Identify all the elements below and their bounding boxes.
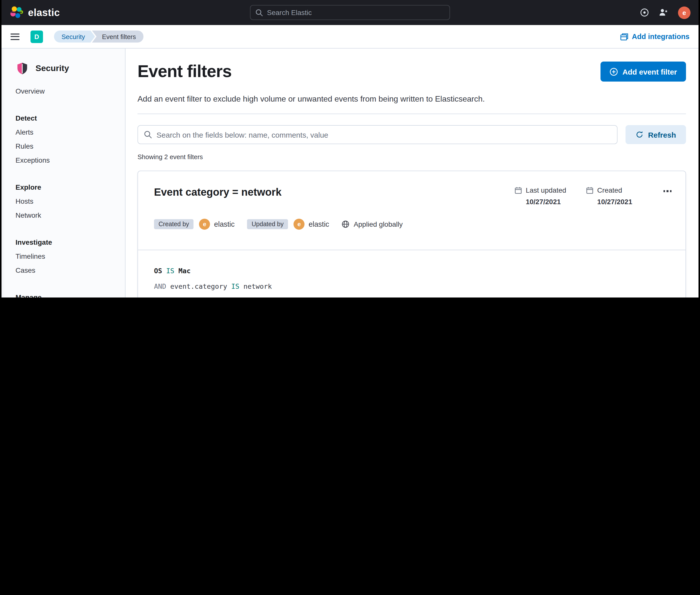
app-window: elastic e D Security Event filters — [0, 0, 700, 298]
add-integrations-label: Add integrations — [632, 32, 690, 40]
plus-circle-icon — [609, 67, 618, 76]
app-body: Security OverviewDetectAlertsRulesExcept… — [1, 49, 699, 298]
sidebar-section-detect: Detect — [16, 111, 125, 125]
add-event-filter-label: Add event filter — [622, 67, 677, 76]
add-integrations-icon — [620, 32, 629, 41]
sidebar-title: Security — [35, 63, 69, 73]
scale-wrapper: elastic e D Security Event filters — [0, 0, 700, 298]
actions-menu-icon[interactable] — [662, 187, 672, 195]
filter-search[interactable] — [138, 125, 617, 144]
sidebar-item-overview[interactable]: Overview — [16, 84, 125, 98]
elastic-logo-icon — [9, 5, 24, 20]
created-date: 10/27/2021 — [597, 198, 632, 206]
global-search[interactable] — [250, 5, 450, 20]
breadcrumb-security[interactable]: Security — [54, 30, 95, 42]
sidebar-item-exceptions[interactable]: Exceptions — [16, 153, 125, 167]
refresh-label: Refresh — [648, 130, 676, 139]
menu-icon[interactable] — [10, 33, 20, 40]
refresh-button[interactable]: Refresh — [626, 125, 686, 144]
updated-by-user: elastic — [308, 220, 329, 228]
page-title: Event filters — [138, 61, 232, 81]
created-label: Created — [597, 186, 632, 194]
search-icon — [144, 131, 152, 139]
applied-globally-label: Applied globally — [354, 220, 403, 228]
code-line: AND process.executable — [154, 294, 670, 298]
sidebar-section-explore: Explore — [16, 180, 125, 194]
calendar-icon — [515, 187, 526, 194]
page-description: Add an event filter to exclude high volu… — [138, 92, 510, 106]
filter-attribution: Created by e elastic Updated by e elasti… — [154, 219, 672, 230]
filter-search-input[interactable] — [156, 130, 611, 139]
globe-icon — [342, 220, 350, 228]
search-row: Refresh — [138, 125, 686, 144]
created-by-avatar: e — [199, 219, 210, 230]
security-sidebar: Security OverviewDetectAlertsRulesExcept… — [1, 49, 125, 298]
created-by-badge: Created by — [154, 219, 193, 229]
cloud-icon[interactable] — [640, 8, 649, 17]
filter-title: Event category = network — [154, 186, 281, 198]
created-by-user: elastic — [214, 220, 235, 228]
elastic-brand[interactable]: elastic — [9, 5, 60, 20]
breadcrumb-event-filters: Event filters — [92, 30, 144, 42]
filter-code: OS IS MacAND event.category IS networkAN… — [138, 250, 686, 298]
space-avatar[interactable]: D — [30, 30, 43, 43]
global-header: elastic e — [1, 0, 699, 25]
updated-by-avatar: e — [294, 219, 304, 230]
user-roles-icon[interactable] — [659, 8, 668, 17]
sidebar-item-cases[interactable]: Cases — [16, 263, 125, 277]
updated-by-badge: Updated by — [247, 219, 288, 229]
sidebar-item-hosts[interactable]: Hosts — [16, 194, 125, 208]
global-search-input[interactable] — [267, 8, 445, 17]
last-updated-date: 10/27/2021 — [526, 198, 566, 206]
event-filter-list: Event category = network Last updated 10… — [138, 171, 686, 298]
calendar-icon — [586, 187, 597, 194]
created-meta: Created 10/27/2021 — [586, 186, 632, 206]
code-line: OS IS Mac — [154, 263, 670, 279]
results-summary: Showing 2 event filters — [138, 153, 686, 161]
security-shield-icon — [16, 61, 29, 75]
sidebar-header: Security — [1, 61, 125, 79]
sidebar-nav: OverviewDetectAlertsRulesExceptionsExplo… — [1, 79, 125, 298]
sidebar-section-manage: Manage — [16, 290, 125, 298]
sidebar-item-alerts[interactable]: Alerts — [16, 125, 125, 139]
breadcrumb-bar: D Security Event filters Add integration… — [1, 25, 699, 49]
user-avatar[interactable]: e — [678, 6, 691, 19]
main-content: Event filters Add event filter Add an ev… — [125, 49, 699, 298]
refresh-icon — [636, 131, 643, 139]
page-header: Event filters Add event filter — [138, 61, 686, 82]
sidebar-item-timelines[interactable]: Timelines — [16, 249, 125, 263]
applied-globally: Applied globally — [342, 220, 403, 228]
header-actions: e — [640, 6, 691, 19]
brand-name: elastic — [28, 7, 60, 18]
divider — [138, 114, 686, 114]
last-updated-label: Last updated — [526, 186, 566, 194]
code-line: AND event.category IS network — [154, 279, 670, 294]
sidebar-item-rules[interactable]: Rules — [16, 139, 125, 153]
filter-meta: Last updated 10/27/2021 Created 10/27/20… — [515, 186, 662, 206]
sidebar-item-network[interactable]: Network — [16, 208, 125, 222]
event-filter-card: Event category = network Last updated 10… — [138, 171, 686, 298]
search-icon — [255, 9, 263, 16]
add-integrations-button[interactable]: Add integrations — [620, 32, 690, 41]
last-updated-meta: Last updated 10/27/2021 — [515, 186, 566, 206]
sidebar-section-investigate: Investigate — [16, 235, 125, 249]
add-event-filter-button[interactable]: Add event filter — [601, 61, 686, 82]
breadcrumb: Security Event filters — [54, 30, 144, 42]
